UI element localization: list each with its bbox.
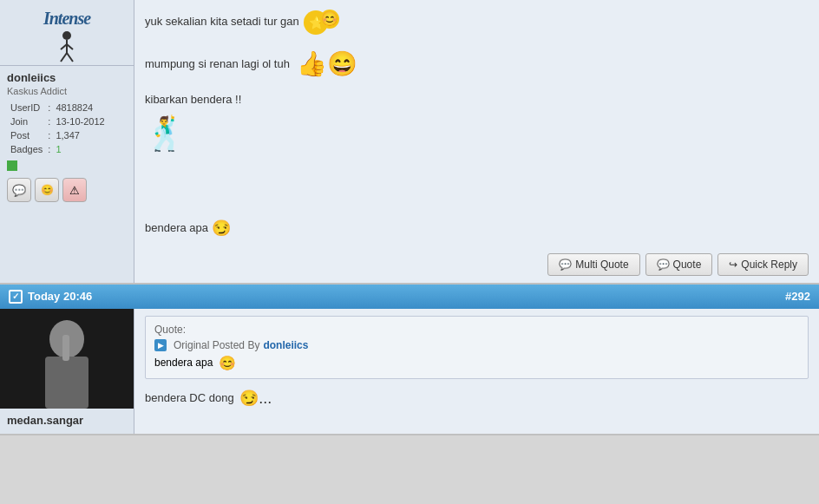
post-header-292: ✓ Today 20:46 #292 <box>0 285 819 309</box>
userid-value: 4818824 <box>54 101 106 114</box>
post-body: yuk sekalian kita setadi tur gan ⭐ 😊 mum… <box>134 0 819 160</box>
user-panel: Intense donleiics Kaskus Addict UserID :… <box>0 0 134 209</box>
friend-icon: 😊 <box>41 184 54 196</box>
seller-emoji: ⭐ 😊 <box>302 7 344 38</box>
post-timestamp: Today 20:46 <box>28 290 92 303</box>
quote-text: bendera apa 😊 <box>154 355 799 371</box>
quote-author-link[interactable]: donleiics <box>263 339 308 351</box>
badges-sep: : <box>46 143 52 155</box>
user-action-buttons: 💬 😊 ⚠ <box>7 178 87 202</box>
post-line-2: mumpung si renan lagi ol tuh 👍😄 <box>145 45 809 84</box>
quote-attribution: ▶ Original Posted By donleiics <box>154 339 799 351</box>
seller-badge-icon: ⭐ 😊 <box>302 7 344 38</box>
post-emoji-line: 🕺 <box>145 115 809 153</box>
post-label: Post <box>9 129 44 141</box>
multi-quote-icon: 💬 <box>559 259 572 271</box>
question-emoji: 😏 <box>212 219 231 237</box>
badges-value: 1 <box>54 143 106 155</box>
add-friend-button[interactable]: 😊 <box>35 178 59 202</box>
send-message-button[interactable]: 💬 <box>7 178 31 202</box>
user2-info: medan.sangar <box>0 414 90 427</box>
quote-icon: 💬 <box>657 259 670 271</box>
svg-text:😊: 😊 <box>321 10 338 27</box>
post2-body: Quote: ▶ Original Posted By donleiics be… <box>134 309 819 434</box>
bendera-apa-text: bendera apa 😏 <box>145 216 809 241</box>
user-avatar-2 <box>0 309 134 409</box>
username-2[interactable]: medan.sangar <box>7 414 83 427</box>
bendera-apa-content: bendera apa 😏 💬 Multi Quote 💬 Quote ↪ Qu… <box>134 209 819 283</box>
svg-point-0 <box>62 31 71 40</box>
thumbsup-emoji: 👍😄 <box>297 50 357 77</box>
join-label: Join <box>9 115 44 128</box>
user-rank: Kaskus Addict <box>7 86 67 96</box>
post-value: 1,347 <box>54 129 106 141</box>
join-sep: : <box>46 115 52 128</box>
top-post-wrapper: Intense donleiics Kaskus Addict UserID :… <box>0 0 819 209</box>
user-panel-spacer <box>0 209 134 283</box>
post-line-3: kibarkan bendera !! <box>145 91 809 109</box>
post-action-buttons: 💬 Multi Quote 💬 Quote ↪ Quick Reply <box>145 246 809 276</box>
quick-reply-icon: ↪ <box>729 259 737 271</box>
dancing-emoji: 🕺 <box>145 115 186 152</box>
message-icon: 💬 <box>12 184 26 197</box>
userid-sep: : <box>46 101 52 114</box>
report-button[interactable]: ⚠ <box>62 178 87 202</box>
join-value: 13-10-2012 <box>54 115 106 128</box>
post-checkbox[interactable]: ✓ <box>9 290 23 304</box>
second-content-row: bendera apa 😏 💬 Multi Quote 💬 Quote ↪ Qu… <box>0 209 819 285</box>
quote-header: Quote: <box>154 324 799 336</box>
user-info-table: UserID : 4818824 Join : 13-10-2012 Post … <box>7 100 108 157</box>
user-panel-2: medan.sangar <box>0 309 134 434</box>
user-photo-icon <box>15 309 119 409</box>
post-content-wrapper: yuk sekalian kita setadi tur gan ⭐ 😊 mum… <box>134 0 819 209</box>
svg-line-4 <box>61 53 67 62</box>
online-indicator <box>7 160 17 171</box>
svg-rect-12 <box>45 357 88 409</box>
logo-figure-icon <box>45 29 88 63</box>
badges-label: Badges <box>9 143 44 155</box>
username[interactable]: donleiics <box>7 71 56 84</box>
quote-box: Quote: ▶ Original Posted By donleiics be… <box>145 316 809 379</box>
header-left-section: ✓ Today 20:46 <box>9 290 92 304</box>
multi-quote-button[interactable]: 💬 Multi Quote <box>547 253 639 276</box>
quote-smile-emoji: 😊 <box>219 356 236 370</box>
report-icon: ⚠ <box>69 184 80 197</box>
userid-label: UserID <box>9 101 44 114</box>
site-logo: Intense <box>43 9 90 29</box>
post-292-container: medan.sangar Quote: ▶ Original Posted By… <box>0 309 819 435</box>
svg-line-5 <box>67 53 73 62</box>
svg-line-3 <box>67 44 73 49</box>
post-sep: : <box>46 129 52 141</box>
original-posted-by-label: Original Posted By <box>174 339 259 351</box>
post-line-1: yuk sekalian kita setadi tur gan ⭐ 😊 <box>145 7 809 38</box>
dc-emoji: 😏... <box>239 389 272 407</box>
quote-arrow-icon: ▶ <box>154 339 167 351</box>
post-number: #292 <box>785 290 810 303</box>
quote-button[interactable]: 💬 Quote <box>645 253 713 276</box>
svg-line-2 <box>61 44 67 49</box>
svg-rect-13 <box>62 335 69 361</box>
quick-reply-button[interactable]: ↪ Quick Reply <box>717 253 809 276</box>
reply-text: bendera DC dong 😏... <box>145 386 809 411</box>
